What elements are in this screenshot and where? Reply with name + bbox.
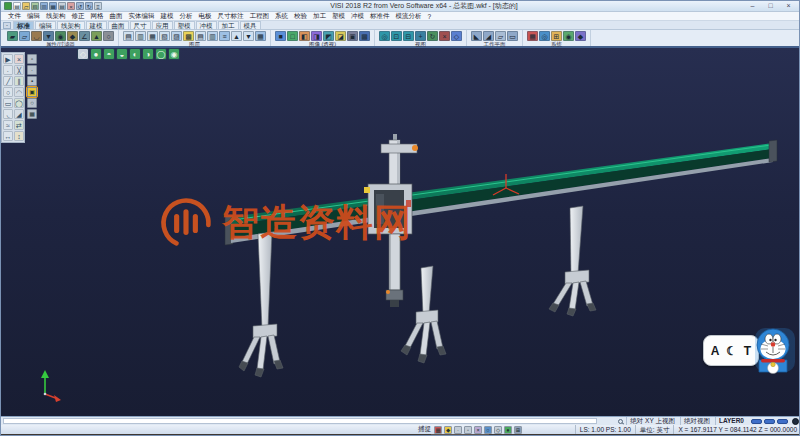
view-shaded-icon[interactable]: ● (90, 48, 102, 60)
system-grid-icon[interactable]: ▦ (527, 31, 538, 41)
menu-item[interactable]: ? (425, 13, 435, 20)
units-readout[interactable]: 单位: 英寸 (635, 425, 674, 434)
menu-item[interactable]: 建模 (158, 12, 177, 21)
layer-manager-icon[interactable]: ▤ (123, 31, 134, 41)
menu-item[interactable]: 加工 (310, 12, 329, 21)
active-layer-selector[interactable]: LAYER0 (715, 417, 747, 425)
ribbon-tab[interactable]: 线架构 (57, 21, 85, 29)
background-icon[interactable]: ▩ (359, 31, 370, 41)
undo-icon[interactable]: ↺ (76, 2, 84, 10)
mirror-icon[interactable]: ⇄ (14, 120, 24, 130)
menu-item[interactable]: 曲面 (107, 12, 126, 21)
workplane-xz-icon[interactable]: ◢ (483, 31, 494, 41)
ribbon-tab[interactable]: 建模 (86, 21, 107, 29)
zoom-window-icon[interactable]: ⊡ (391, 31, 402, 41)
entity-filter-icon[interactable]: ◆ (67, 31, 78, 41)
point-icon[interactable]: ∙ (3, 65, 13, 75)
snap-active-icon[interactable]: ▣ (27, 87, 37, 97)
layer-list-icon[interactable]: ≡ (219, 31, 230, 41)
layer-freeze-icon[interactable]: ▧ (159, 31, 170, 41)
system-database-icon[interactable]: ◆ (575, 31, 586, 41)
snap-endpoint-icon[interactable]: ∙ (454, 426, 462, 434)
pan-view-icon[interactable]: + (415, 31, 426, 41)
snap-free-icon[interactable]: ▫ (27, 54, 37, 64)
snap-center-icon[interactable]: ○ (484, 426, 492, 434)
menu-item[interactable]: 电极 (196, 12, 215, 21)
layer-move-icon[interactable]: ▨ (171, 31, 182, 41)
redo-icon[interactable]: ↻ (85, 2, 93, 10)
circle-icon[interactable]: ○ (3, 87, 13, 97)
snap-highlight-icon[interactable]: ◆ (444, 426, 452, 434)
perspective-icon[interactable]: ◨ (311, 31, 322, 41)
menu-item[interactable]: 尺寸标注 (215, 12, 247, 21)
shadow-icon[interactable]: ▣ (347, 31, 358, 41)
ribbon-tab[interactable]: 应用 (152, 21, 173, 29)
view-iso-icon[interactable]: ◯ (155, 48, 167, 60)
gantry-carriage[interactable] (364, 134, 418, 307)
delete-icon[interactable]: × (67, 2, 75, 10)
command-input[interactable] (3, 418, 597, 424)
highlight-filter-icon[interactable]: ▲ (91, 31, 102, 41)
chamfer-icon[interactable]: ◢ (14, 109, 24, 119)
menu-item[interactable]: 校验 (291, 12, 310, 21)
hidden-line-icon[interactable]: ◧ (299, 31, 310, 41)
ribbon-tab[interactable]: 冲模 (196, 21, 217, 29)
search-icon[interactable] (617, 418, 624, 425)
view-right-icon[interactable]: ◑ (142, 48, 154, 60)
dynamic-view-icon[interactable]: ◇ (451, 31, 462, 41)
doraemon-mascot[interactable] (745, 326, 797, 374)
attribute-paint-icon[interactable]: ▰ (7, 31, 18, 41)
select-arrow-icon[interactable]: ▶ (3, 54, 13, 64)
ribbon-tab[interactable]: 模具 (240, 21, 261, 29)
ime-toolbar[interactable]: A☾T (701, 326, 797, 374)
arc-icon[interactable]: ◠ (14, 87, 24, 97)
open-folder-icon[interactable]: ▱ (22, 2, 30, 10)
rectangle-icon[interactable]: ▭ (3, 98, 13, 108)
view-mode-label[interactable]: 绝对 XY 上视图 (626, 417, 678, 425)
visi-logo[interactable] (4, 2, 12, 10)
ribbon-tab[interactable]: 加工 (218, 21, 239, 29)
layer-copy-icon[interactable]: ▤ (195, 31, 206, 41)
visibility-filter-icon[interactable]: ◉ (55, 31, 66, 41)
menu-item[interactable]: 工程图 (247, 12, 273, 21)
maximize-button[interactable]: □ (764, 2, 777, 10)
menu-item[interactable]: 线架构 (43, 12, 69, 21)
grid-display-icon[interactable]: ⊞ (514, 426, 522, 434)
menu-item[interactable]: 冲模 (348, 12, 367, 21)
viewport-3d[interactable]: 智造资料网 ▶×∙╳╱∥○◠▭◯◟◢≈⇄↔↕ ▫∙▪▣○▦ ◇●◓◒◐◑◯◉ A… (1, 48, 800, 416)
workplane-reset-icon[interactable]: ▭ (507, 31, 518, 41)
view-dynamic-rotate-icon[interactable]: ◇ (77, 48, 89, 60)
menu-item[interactable]: 编辑 (24, 12, 43, 21)
layer-down-icon[interactable]: ▼ (243, 31, 254, 41)
menu-item[interactable]: 修正 (69, 12, 88, 21)
ribbon-tab[interactable]: 标准 (13, 21, 34, 29)
zoom-all-icon[interactable]: ◎ (379, 31, 390, 41)
system-globe-icon[interactable]: ◎ (539, 31, 550, 41)
ribbon-tab[interactable]: 尺寸 (130, 21, 151, 29)
menu-item[interactable]: 文件 (5, 12, 24, 21)
gantry-beam[interactable] (225, 140, 777, 245)
layer-new-icon[interactable]: ▥ (135, 31, 146, 41)
minimize-button[interactable]: – (746, 2, 759, 10)
gantry-leg-left[interactable] (239, 232, 283, 377)
gantry-crane-model[interactable] (1, 48, 800, 416)
magnet-filter-icon[interactable]: ◡ (31, 31, 42, 41)
customize-dropdown-icon[interactable]: ≡ (94, 2, 102, 10)
gantry-leg-right[interactable] (549, 206, 596, 316)
shaded-render-icon[interactable]: ■ (275, 31, 286, 41)
close-button[interactable]: × (782, 2, 795, 10)
menu-item[interactable]: 标准件 (367, 12, 393, 21)
snap-center-icon[interactable]: ○ (27, 98, 37, 108)
reset-filter-icon[interactable]: ○ (103, 31, 114, 41)
layer-visibility-icon[interactable]: ▦ (147, 31, 158, 41)
offset-icon[interactable]: ≈ (3, 120, 13, 130)
line-icon[interactable]: ╱ (3, 76, 13, 86)
rotate-view-icon[interactable]: ↻ (427, 31, 438, 41)
menu-item[interactable]: 塑模 (329, 12, 348, 21)
trim-icon[interactable]: ╳ (14, 65, 24, 75)
ime-letter-a[interactable]: A (711, 345, 720, 357)
menu-item[interactable]: 系统 (272, 12, 291, 21)
ribbon-collapse-button[interactable]: - (3, 22, 11, 29)
snap-mid-icon[interactable]: ▪ (27, 76, 37, 86)
ribbon-tab[interactable]: 曲面 (108, 21, 129, 29)
